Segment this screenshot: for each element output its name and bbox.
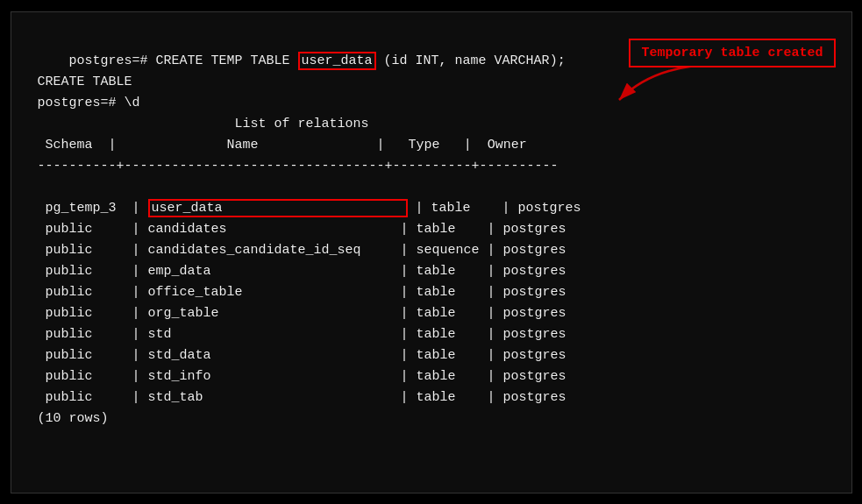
table-title: List of relations (235, 117, 369, 131)
prompt-1: postgres=# (69, 53, 156, 68)
command-line-1: postgres=# CREATE TEMP TABLE user_data (… (69, 52, 566, 70)
terminal-window: postgres=# CREATE TEMP TABLE user_data (… (11, 11, 852, 493)
annotation-box: Temporary table created (629, 39, 835, 67)
table-name-highlight: user_data (298, 52, 376, 70)
col-owner: Owner (488, 138, 527, 153)
cmd-rest: (id INT, name VARCHAR); (376, 53, 566, 68)
col-schema: Schema (46, 138, 93, 153)
footer-row-count: (10 rows) (38, 411, 109, 426)
col-name: Name (227, 138, 259, 153)
annotation-text: Temporary table created (641, 46, 823, 60)
prompt-3: postgres=# (38, 96, 125, 110)
list-cmd: \d (125, 96, 140, 110)
col-type: Type (409, 138, 440, 153)
user-data-row-highlight: user_data (148, 199, 408, 217)
command-line-3: postgres=# \d (38, 96, 140, 110)
create-table-result: CREATE TABLE (38, 75, 132, 89)
separator: ----------+-----------------------------… (38, 159, 559, 174)
create-cmd: CREATE TEMP TABLE (156, 53, 298, 68)
